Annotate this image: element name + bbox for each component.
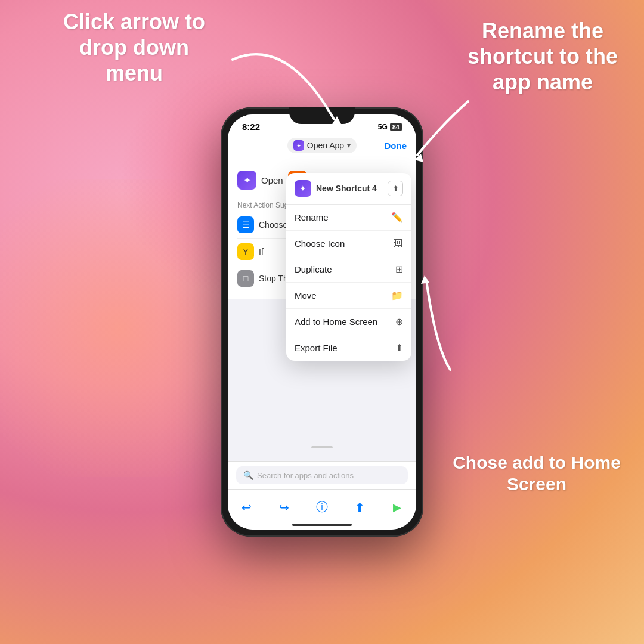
phone: 8:22 5G 84 ✦ Open App ▾ Done ✦ Op [221,107,423,537]
stop-icon: □ [237,270,254,287]
menu-item-rename[interactable]: Rename ✏️ [286,205,411,231]
search-inner[interactable]: 🔍 Search for apps and actions [236,466,408,484]
if-icon: Y [237,243,254,260]
add-home-icon: ⊕ [395,316,403,327]
dropdown-shortcut-icon: ✦ [295,180,311,197]
search-placeholder: Search for apps and actions [257,471,354,480]
open-app-pill[interactable]: ✦ Open App ▾ [287,138,357,153]
phone-screen: 8:22 5G 84 ✦ Open App ▾ Done ✦ Op [228,114,416,530]
annotation-top-right: Rename the shortcut to the app name [459,18,626,95]
move-icon: 📁 [391,290,403,301]
battery-icon: 84 [390,123,402,131]
info-icon: ⓘ [316,499,328,515]
dropdown-menu: ✦ New Shortcut 4 ⬆ Rename ✏️ Choose Icon… [286,173,411,361]
shortcuts-app-icon: ✦ [293,140,304,151]
move-label: Move [295,290,317,301]
phone-wrapper: 8:22 5G 84 ✦ Open App ▾ Done ✦ Op [221,107,423,537]
open-text: Open [261,175,283,185]
status-time: 8:22 [242,122,260,132]
drag-handle [311,446,333,448]
dropdown-share-btn[interactable]: ⬆ [388,181,403,196]
redo-icon: ↪ [279,500,289,515]
open-app-label: Open App [307,141,344,150]
menu-item-choose-icon[interactable]: Choose Icon 🖼 [286,231,411,256]
shortcuts-topbar: ✦ Open App ▾ Done [228,134,416,157]
choose-icon-label: Choose Icon [295,239,345,249]
search-icon: 🔍 [243,470,253,480]
redo-button[interactable]: ↪ [274,497,295,518]
undo-button[interactable]: ↩ [236,497,258,518]
signal-icon: 5G [378,123,388,131]
shortcuts-icon: ✦ [237,171,256,190]
undo-icon: ↩ [242,500,252,515]
export-icon: ⬆ [395,342,403,354]
done-button[interactable]: Done [385,141,407,151]
menu-item-export[interactable]: Export File ⬆ [286,335,411,361]
status-icons: 5G 84 [378,123,402,131]
export-label: Export File [295,343,338,353]
choose-icon: ☰ [237,216,254,233]
choose-icon-icon: 🖼 [394,238,403,249]
dropdown-header: ✦ New Shortcut 4 ⬆ [286,173,411,205]
rename-icon: ✏️ [391,212,403,223]
play-button[interactable]: ▶ [386,497,408,518]
menu-item-move[interactable]: Move 📁 [286,283,411,309]
dropdown-title: New Shortcut 4 [316,184,383,193]
if-text: If [259,247,264,256]
duplicate-label: Duplicate [295,264,332,274]
annotation-top-left: Click arrow to drop down menu [30,9,239,86]
play-icon: ▶ [393,501,401,514]
add-home-label: Add to Home Screen [295,317,377,327]
info-button[interactable]: ⓘ [311,497,333,518]
chevron-down-icon: ▾ [347,141,351,150]
notch [289,107,355,124]
rename-label: Rename [295,212,329,222]
search-bar: 🔍 Search for apps and actions [228,461,416,489]
annotation-bottom-right: Chose add to Home Screen [441,452,632,495]
menu-item-duplicate[interactable]: Duplicate ⊞ [286,256,411,283]
share-button[interactable]: ⬆ [349,497,370,518]
duplicate-icon: ⊞ [395,264,403,275]
menu-item-add-home[interactable]: Add to Home Screen ⊕ [286,309,411,335]
share-icon: ⬆ [355,500,365,515]
home-indicator [292,524,352,526]
